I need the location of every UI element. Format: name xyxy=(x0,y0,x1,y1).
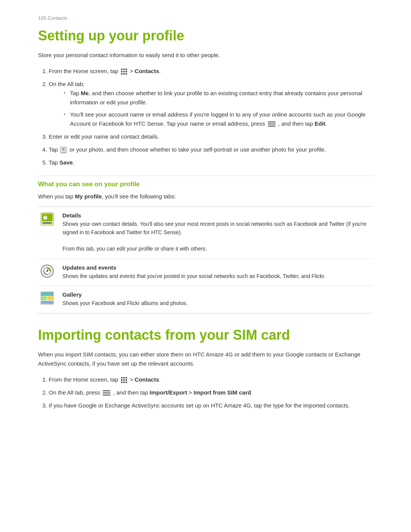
svg-rect-0 xyxy=(121,69,123,70)
sub-bullet-1: Tap Me, and then choose whether to link … xyxy=(64,89,373,107)
updates-icon xyxy=(40,264,54,278)
details-icon-container xyxy=(38,212,56,226)
step-1: From the Home screen, tap > Contacts. xyxy=(49,67,373,76)
svg-rect-8 xyxy=(126,73,127,75)
svg-rect-32 xyxy=(126,379,127,381)
section2-step-3: If you have Google or Exchange ActiveSyn… xyxy=(49,401,373,410)
edit-bold: Edit xyxy=(315,120,325,127)
import-export-bold: Import/Export xyxy=(150,389,187,396)
updates-title: Updates and events xyxy=(62,264,373,271)
updates-desc: Shows the updates and events that you've… xyxy=(62,272,373,281)
menu-icon-1 xyxy=(268,121,276,127)
svg-rect-5 xyxy=(126,71,127,72)
section2-title: Importing contacts from your SIM card xyxy=(38,327,373,343)
section1-intro: Store your personal contact information … xyxy=(38,51,373,60)
svg-rect-2 xyxy=(126,69,127,70)
step-3: Enter or edit your name and contact deta… xyxy=(49,132,373,141)
svg-point-13 xyxy=(62,148,65,150)
subsection-intro: When you tap My profile, you'll see the … xyxy=(38,192,373,201)
svg-rect-31 xyxy=(123,379,125,381)
svg-rect-17 xyxy=(43,222,52,224)
profile-row-details: Details Shows your own contact details. … xyxy=(38,207,373,259)
svg-rect-9 xyxy=(268,121,276,123)
svg-rect-23 xyxy=(41,292,53,296)
grid-icon-2 xyxy=(121,377,127,383)
step-2: On the All tab: Tap Me, and then choose … xyxy=(49,80,373,128)
svg-point-18 xyxy=(44,216,46,218)
details-desc: Shows your own contact details. You'll a… xyxy=(62,220,373,253)
svg-rect-6 xyxy=(121,73,123,75)
section2-steps: From the Home screen, tap > Contacts. On… xyxy=(49,375,373,410)
me-bold: Me xyxy=(81,90,89,96)
svg-rect-35 xyxy=(126,382,127,383)
svg-rect-33 xyxy=(121,382,123,383)
svg-rect-37 xyxy=(103,393,110,394)
section1-title: Setting up your profile xyxy=(38,28,373,44)
svg-rect-3 xyxy=(121,71,123,72)
sub-bullet-2: You'll see your account name or email ad… xyxy=(64,110,373,128)
contacts-bold-1: Contacts xyxy=(135,68,159,74)
section2-step-2: On the All tab, press , and then tap Imp… xyxy=(49,388,373,397)
svg-rect-30 xyxy=(121,379,123,381)
profile-table: Details Shows your own contact details. … xyxy=(38,206,373,313)
svg-rect-24 xyxy=(41,296,47,300)
sub-bullets: Tap Me, and then choose whether to link … xyxy=(64,89,373,128)
gallery-desc: Shows your Facebook and Flickr albums an… xyxy=(62,299,373,308)
svg-rect-7 xyxy=(123,73,125,75)
svg-rect-11 xyxy=(268,126,276,127)
section2: Importing contacts from your SIM card Wh… xyxy=(38,327,373,410)
svg-rect-27 xyxy=(121,377,123,379)
gallery-title: Gallery xyxy=(62,291,373,298)
section2-step-1: From the Home screen, tap > Contacts. xyxy=(49,375,373,384)
gallery-content: Gallery Shows your Facebook and Flickr a… xyxy=(62,291,373,308)
gallery-icon xyxy=(40,291,54,305)
updates-icon-container xyxy=(38,264,56,278)
step-5: Tap Save. xyxy=(49,158,373,167)
svg-rect-4 xyxy=(123,71,125,72)
details-title: Details xyxy=(62,212,373,219)
import-sim-bold: Import from SIM card xyxy=(194,389,251,396)
grid-icon xyxy=(121,68,127,75)
profile-row-gallery: Gallery Shows your Facebook and Flickr a… xyxy=(38,286,373,313)
profile-row-updates: Updates and events Shows the updates and… xyxy=(38,259,373,286)
svg-rect-29 xyxy=(126,377,127,379)
svg-rect-25 xyxy=(48,296,53,300)
details-content: Details Shows your own contact details. … xyxy=(62,212,373,253)
subsection-divider xyxy=(38,176,373,176)
updates-content: Updates and events Shows the updates and… xyxy=(62,264,373,281)
svg-rect-28 xyxy=(123,377,125,379)
section2-intro: When you import SIM contacts, you can ei… xyxy=(38,350,373,368)
step-4: Tap or your photo, and then choose wheth… xyxy=(49,145,373,154)
subsection-title: What you can see on your profile xyxy=(38,181,373,188)
svg-rect-1 xyxy=(123,69,125,70)
details-icon xyxy=(40,212,54,226)
gallery-icon-container xyxy=(38,291,56,305)
contacts-bold-2: Contacts xyxy=(135,376,159,383)
svg-rect-36 xyxy=(103,390,110,391)
save-bold: Save xyxy=(59,159,73,166)
menu-icon-2 xyxy=(102,390,111,396)
section1-steps: From the Home screen, tap > Contacts. On… xyxy=(49,67,373,167)
svg-rect-34 xyxy=(123,382,125,383)
svg-rect-26 xyxy=(41,301,53,304)
svg-rect-38 xyxy=(103,395,110,396)
svg-rect-10 xyxy=(268,124,276,125)
photo-icon xyxy=(60,147,67,153)
my-profile-bold: My profile xyxy=(75,193,102,200)
breadcrumb: 105 Contacts xyxy=(38,15,373,21)
